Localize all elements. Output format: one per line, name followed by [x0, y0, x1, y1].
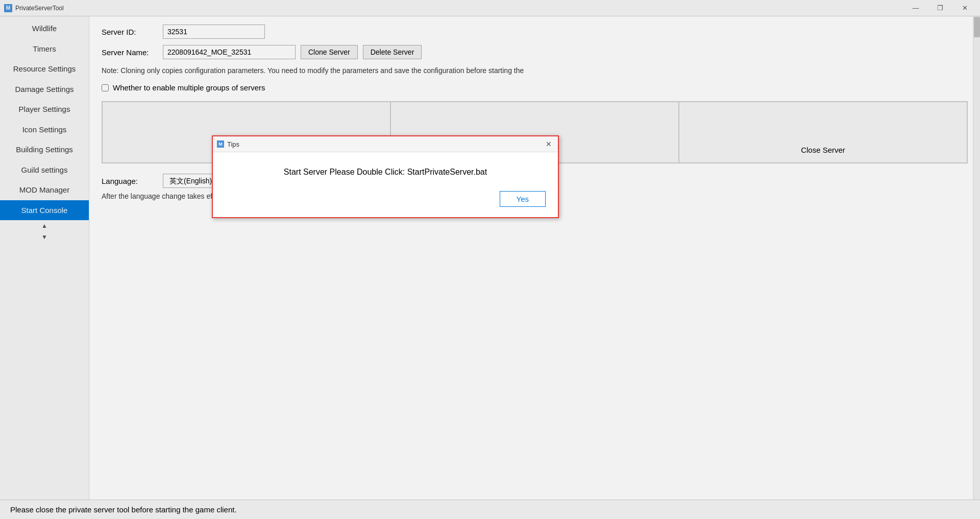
- dialog-body: Start Server Please Double Click: StartP…: [213, 152, 558, 217]
- dialog-title-text: Tips: [227, 140, 239, 148]
- dialog-yes-button[interactable]: Yes: [500, 191, 546, 207]
- tips-dialog: M Tips ✕ Start Server Please Double Clic…: [212, 135, 559, 218]
- dialog-title-left: M Tips: [217, 140, 239, 148]
- dialog-actions: Yes: [225, 191, 546, 207]
- dialog-message: Start Server Please Double Click: StartP…: [225, 168, 546, 177]
- dialog-app-icon: M: [217, 140, 224, 148]
- dialog-close-button[interactable]: ✕: [544, 139, 554, 149]
- modal-overlay: [0, 0, 980, 519]
- dialog-titlebar: M Tips ✕: [213, 136, 558, 152]
